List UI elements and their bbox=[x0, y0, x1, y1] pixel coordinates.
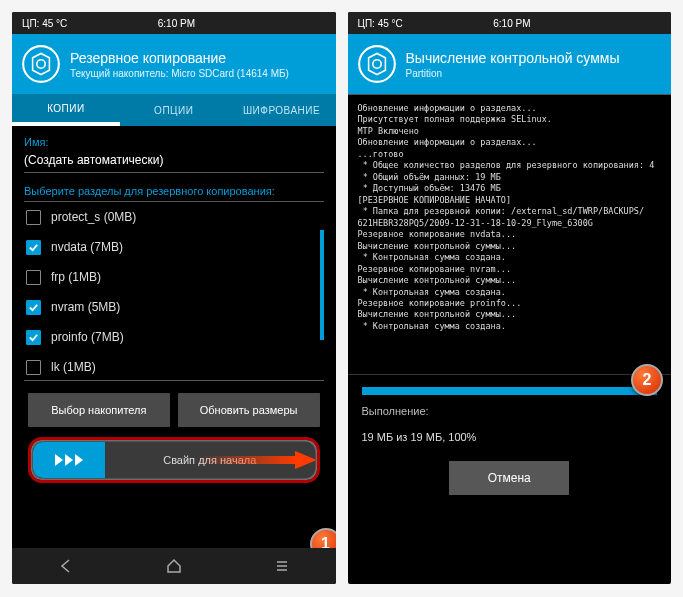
partition-label: nvram (5MB) bbox=[51, 300, 120, 314]
progress-bar bbox=[362, 387, 658, 395]
android-navbar bbox=[12, 548, 336, 584]
partition-row[interactable]: frp (1MB) bbox=[24, 262, 324, 292]
storage-subtitle: Текущий накопитель: Micro SDCard (14614 … bbox=[70, 68, 289, 79]
partition-list[interactable]: protect_s (0MB) nvdata (7MB) frp (1MB) n… bbox=[24, 201, 324, 381]
name-label: Имя: bbox=[24, 136, 324, 148]
status-bar: ЦП: 45 °C 6:10 PM bbox=[12, 12, 336, 34]
partition-row[interactable]: nvram (5MB) bbox=[24, 292, 324, 322]
partition-label: lk (1MB) bbox=[51, 360, 96, 374]
partition-row[interactable]: nvdata (7MB) bbox=[24, 232, 324, 262]
tab-copies[interactable]: КОПИИ bbox=[12, 94, 120, 126]
checkbox-icon[interactable] bbox=[26, 300, 41, 315]
twrp-logo-icon bbox=[20, 43, 62, 85]
execution-label: Выполнение: bbox=[362, 405, 658, 417]
partition-label: nvdata (7MB) bbox=[51, 240, 123, 254]
status-bar: ЦП: 45 °C 6:10 PM bbox=[348, 12, 672, 34]
nav-back-icon[interactable] bbox=[46, 558, 86, 574]
svg-point-0 bbox=[23, 46, 59, 82]
checkbox-icon[interactable] bbox=[26, 270, 41, 285]
nav-home-icon[interactable] bbox=[154, 558, 194, 574]
partition-row[interactable]: proinfo (7MB) bbox=[24, 322, 324, 352]
callout-badge-2: 2 bbox=[631, 364, 663, 396]
refresh-sizes-button[interactable]: Обновить размеры bbox=[178, 393, 320, 427]
partition-row[interactable]: lk (1MB) bbox=[24, 352, 324, 381]
cpu-temp: ЦП: 45 °C bbox=[22, 18, 67, 29]
partition-label: proinfo (7MB) bbox=[51, 330, 124, 344]
header: Резервное копирование Текущий накопитель… bbox=[12, 34, 336, 94]
progress-section: Выполнение: 19 МБ из 19 МБ, 100% Отмена bbox=[348, 375, 672, 495]
partitions-label: Выберите разделы для резервного копирова… bbox=[24, 185, 324, 197]
phone-left: ЦП: 45 °C 6:10 PM Резервное копирование … bbox=[12, 12, 336, 584]
swipe-highlight: Свайп для начала bbox=[28, 437, 320, 483]
cancel-button[interactable]: Отмена bbox=[449, 461, 569, 495]
swipe-label: Свайп для начала bbox=[105, 454, 315, 466]
tab-encryption[interactable]: ШИФРОВАНИЕ bbox=[228, 94, 336, 126]
swipe-handle[interactable] bbox=[33, 442, 105, 478]
tab-options[interactable]: ОПЦИИ bbox=[120, 94, 228, 126]
backup-form: Имя: Выберите разделы для резервного коп… bbox=[12, 126, 336, 493]
phone-right: ЦП: 45 °C 6:10 PM Вычисление контрольной… bbox=[348, 12, 672, 584]
page-title: Резервное копирование bbox=[70, 50, 289, 66]
swipe-to-start[interactable]: Свайп для начала bbox=[33, 442, 315, 478]
checkbox-icon[interactable] bbox=[26, 360, 41, 375]
scrollbar[interactable] bbox=[320, 230, 324, 340]
backup-name-input[interactable] bbox=[24, 150, 324, 173]
nav-menu-icon[interactable] bbox=[262, 558, 302, 574]
twrp-logo-icon bbox=[356, 43, 398, 85]
svg-point-1 bbox=[37, 60, 45, 68]
execution-value: 19 МБ из 19 МБ, 100% bbox=[362, 431, 658, 443]
clock: 6:10 PM bbox=[158, 18, 195, 29]
checkbox-icon[interactable] bbox=[26, 240, 41, 255]
select-storage-button[interactable]: Выбор накопителя bbox=[28, 393, 170, 427]
cpu-temp: ЦП: 45 °C bbox=[358, 18, 403, 29]
log-output[interactable]: Обновление информации о разделах... Прис… bbox=[348, 95, 672, 375]
page-title: Вычисление контрольной суммы bbox=[406, 50, 620, 66]
header: Вычисление контрольной суммы Partition bbox=[348, 34, 672, 94]
clock: 6:10 PM bbox=[493, 18, 530, 29]
partition-row[interactable]: protect_s (0MB) bbox=[24, 202, 324, 232]
checkbox-icon[interactable] bbox=[26, 210, 41, 225]
partition-subtitle: Partition bbox=[406, 68, 620, 79]
partition-label: frp (1MB) bbox=[51, 270, 101, 284]
svg-point-3 bbox=[359, 46, 395, 82]
checkbox-icon[interactable] bbox=[26, 330, 41, 345]
tabs: КОПИИ ОПЦИИ ШИФРОВАНИЕ bbox=[12, 94, 336, 126]
svg-point-4 bbox=[372, 60, 380, 68]
partition-label: protect_s (0MB) bbox=[51, 210, 136, 224]
